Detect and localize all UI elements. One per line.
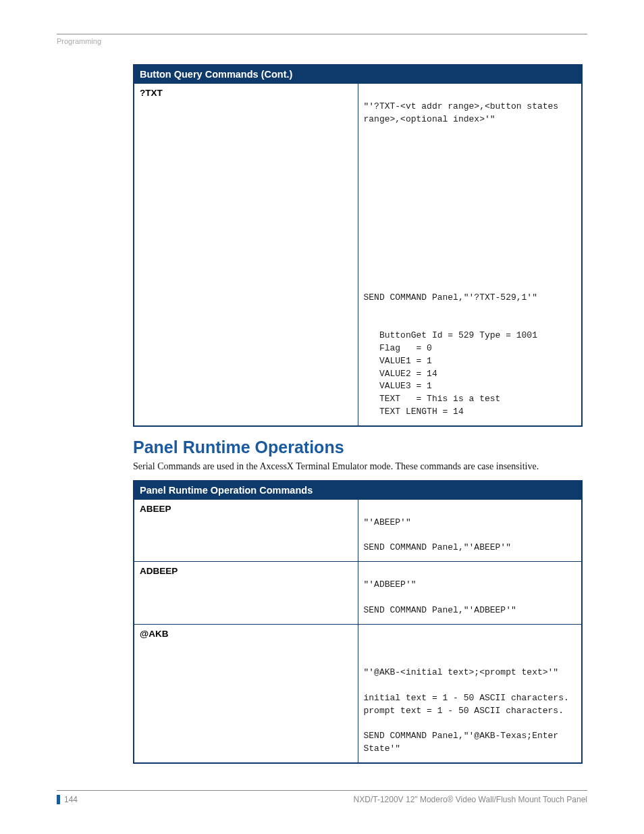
page-content: Programming Button Query Commands (Cont.… (0, 0, 644, 764)
page-footer: 144 NXD/T-1200V 12" Modero® Video Wall/F… (57, 790, 587, 804)
footer-doc-title: NXD/T-1200V 12" Modero® Video Wall/Flush… (354, 795, 587, 804)
footer-tick-icon (57, 795, 60, 804)
section-heading: Panel Runtime Operations (133, 438, 587, 457)
cmd-name: ADBEEP (134, 562, 358, 624)
cmd-name: @AKB (134, 624, 358, 763)
table-row: @AKB "'@AKB-<initial text>;<prompt text>… (134, 624, 582, 763)
section-desc: Serial Commands are used in the AxcessX … (133, 461, 587, 472)
table2-title: Panel Runtime Operation Commands (134, 481, 582, 500)
cmd-body: "'ABEEP'" SEND COMMAND Panel,"'ABEEP'" (358, 499, 582, 561)
button-query-table: Button Query Commands (Cont.) ?TXT "'?TX… (133, 64, 583, 427)
cmd-name: ABEEP (134, 499, 358, 561)
table-row: ABEEP "'ABEEP'" SEND COMMAND Panel,"'ABE… (134, 499, 582, 561)
table-row: ?TXT "'?TXT-<vt addr range>,<button stat… (134, 84, 582, 426)
section-tag: Programming (57, 37, 587, 45)
table-row: ADBEEP "'ADBEEP'" SEND COMMAND Panel,"'A… (134, 562, 582, 624)
table1-title: Button Query Commands (Cont.) (134, 65, 582, 84)
top-rule (57, 34, 587, 34)
cmd-body: "'ADBEEP'" SEND COMMAND Panel,"'ADBEEP'" (358, 562, 582, 624)
cmd-body: "'@AKB-<initial text>;<prompt text>'" in… (358, 624, 582, 763)
panel-runtime-table: Panel Runtime Operation Commands ABEEP "… (133, 480, 583, 764)
cmd-body: "'?TXT-<vt addr range>,<button states ra… (358, 84, 582, 426)
page-number-wrap: 144 (57, 795, 78, 804)
page-number: 144 (64, 795, 78, 804)
cmd-name: ?TXT (134, 84, 358, 426)
